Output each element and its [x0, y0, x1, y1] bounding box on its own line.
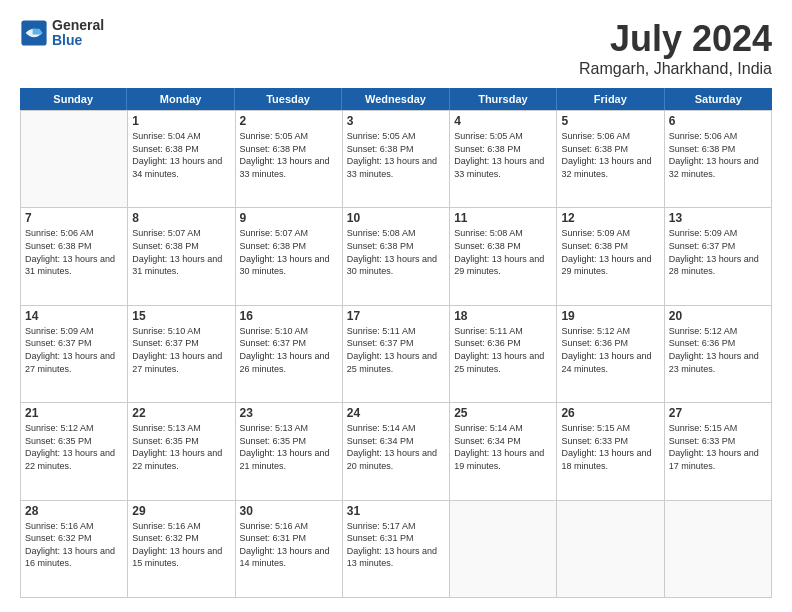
- cell-info: Sunrise: 5:11 AMSunset: 6:36 PMDaylight:…: [454, 325, 552, 375]
- cell-day-number: 19: [561, 309, 659, 323]
- cell-day-number: 23: [240, 406, 338, 420]
- cell-day-number: 1: [132, 114, 230, 128]
- cal-cell: 9Sunrise: 5:07 AMSunset: 6:38 PMDaylight…: [236, 208, 343, 305]
- cal-cell: [450, 501, 557, 598]
- header: General Blue July 2024 Ramgarh, Jharkhan…: [20, 18, 772, 78]
- header-day-monday: Monday: [127, 88, 234, 110]
- cal-cell: 3Sunrise: 5:05 AMSunset: 6:38 PMDaylight…: [343, 111, 450, 208]
- cell-info: Sunrise: 5:13 AMSunset: 6:35 PMDaylight:…: [132, 422, 230, 472]
- cal-cell: 18Sunrise: 5:11 AMSunset: 6:36 PMDayligh…: [450, 306, 557, 403]
- cell-info: Sunrise: 5:05 AMSunset: 6:38 PMDaylight:…: [454, 130, 552, 180]
- cal-cell: 16Sunrise: 5:10 AMSunset: 6:37 PMDayligh…: [236, 306, 343, 403]
- calendar-body: 1Sunrise: 5:04 AMSunset: 6:38 PMDaylight…: [20, 110, 772, 598]
- cell-info: Sunrise: 5:08 AMSunset: 6:38 PMDaylight:…: [454, 227, 552, 277]
- cal-cell: 26Sunrise: 5:15 AMSunset: 6:33 PMDayligh…: [557, 403, 664, 500]
- cal-cell: 5Sunrise: 5:06 AMSunset: 6:38 PMDaylight…: [557, 111, 664, 208]
- cell-day-number: 17: [347, 309, 445, 323]
- cell-info: Sunrise: 5:07 AMSunset: 6:38 PMDaylight:…: [132, 227, 230, 277]
- cell-day-number: 12: [561, 211, 659, 225]
- cell-info: Sunrise: 5:06 AMSunset: 6:38 PMDaylight:…: [25, 227, 123, 277]
- cell-day-number: 2: [240, 114, 338, 128]
- cell-day-number: 6: [669, 114, 767, 128]
- logo-text: General Blue: [52, 18, 104, 49]
- cell-day-number: 29: [132, 504, 230, 518]
- cell-info: Sunrise: 5:16 AMSunset: 6:32 PMDaylight:…: [132, 520, 230, 570]
- cell-info: Sunrise: 5:12 AMSunset: 6:36 PMDaylight:…: [561, 325, 659, 375]
- cell-day-number: 5: [561, 114, 659, 128]
- cal-cell: 29Sunrise: 5:16 AMSunset: 6:32 PMDayligh…: [128, 501, 235, 598]
- cell-info: Sunrise: 5:14 AMSunset: 6:34 PMDaylight:…: [454, 422, 552, 472]
- cell-info: Sunrise: 5:09 AMSunset: 6:37 PMDaylight:…: [25, 325, 123, 375]
- cell-day-number: 13: [669, 211, 767, 225]
- cal-cell: [21, 111, 128, 208]
- cell-info: Sunrise: 5:12 AMSunset: 6:35 PMDaylight:…: [25, 422, 123, 472]
- cell-day-number: 10: [347, 211, 445, 225]
- cell-day-number: 14: [25, 309, 123, 323]
- calendar-header: SundayMondayTuesdayWednesdayThursdayFrid…: [20, 88, 772, 110]
- logo-icon: [20, 19, 48, 47]
- cell-day-number: 15: [132, 309, 230, 323]
- logo-general: General: [52, 18, 104, 33]
- cell-info: Sunrise: 5:10 AMSunset: 6:37 PMDaylight:…: [132, 325, 230, 375]
- cal-cell: 14Sunrise: 5:09 AMSunset: 6:37 PMDayligh…: [21, 306, 128, 403]
- cell-day-number: 11: [454, 211, 552, 225]
- cal-cell: 13Sunrise: 5:09 AMSunset: 6:37 PMDayligh…: [665, 208, 772, 305]
- cell-day-number: 9: [240, 211, 338, 225]
- cal-cell: 30Sunrise: 5:16 AMSunset: 6:31 PMDayligh…: [236, 501, 343, 598]
- cal-cell: 6Sunrise: 5:06 AMSunset: 6:38 PMDaylight…: [665, 111, 772, 208]
- cell-info: Sunrise: 5:12 AMSunset: 6:36 PMDaylight:…: [669, 325, 767, 375]
- cell-day-number: 30: [240, 504, 338, 518]
- cell-day-number: 26: [561, 406, 659, 420]
- cal-cell: 4Sunrise: 5:05 AMSunset: 6:38 PMDaylight…: [450, 111, 557, 208]
- cal-cell: 12Sunrise: 5:09 AMSunset: 6:38 PMDayligh…: [557, 208, 664, 305]
- cell-info: Sunrise: 5:08 AMSunset: 6:38 PMDaylight:…: [347, 227, 445, 277]
- title-month: July 2024: [579, 18, 772, 60]
- cell-day-number: 22: [132, 406, 230, 420]
- cell-info: Sunrise: 5:06 AMSunset: 6:38 PMDaylight:…: [561, 130, 659, 180]
- cell-day-number: 27: [669, 406, 767, 420]
- cell-day-number: 20: [669, 309, 767, 323]
- header-day-friday: Friday: [557, 88, 664, 110]
- cal-cell: 24Sunrise: 5:14 AMSunset: 6:34 PMDayligh…: [343, 403, 450, 500]
- cell-info: Sunrise: 5:14 AMSunset: 6:34 PMDaylight:…: [347, 422, 445, 472]
- cell-info: Sunrise: 5:13 AMSunset: 6:35 PMDaylight:…: [240, 422, 338, 472]
- cal-cell: [557, 501, 664, 598]
- cell-day-number: 25: [454, 406, 552, 420]
- cell-info: Sunrise: 5:09 AMSunset: 6:38 PMDaylight:…: [561, 227, 659, 277]
- title-block: July 2024 Ramgarh, Jharkhand, India: [579, 18, 772, 78]
- cal-cell: 17Sunrise: 5:11 AMSunset: 6:37 PMDayligh…: [343, 306, 450, 403]
- cal-cell: 11Sunrise: 5:08 AMSunset: 6:38 PMDayligh…: [450, 208, 557, 305]
- cell-info: Sunrise: 5:15 AMSunset: 6:33 PMDaylight:…: [561, 422, 659, 472]
- cal-cell: 27Sunrise: 5:15 AMSunset: 6:33 PMDayligh…: [665, 403, 772, 500]
- cal-cell: 21Sunrise: 5:12 AMSunset: 6:35 PMDayligh…: [21, 403, 128, 500]
- cell-day-number: 28: [25, 504, 123, 518]
- cell-info: Sunrise: 5:04 AMSunset: 6:38 PMDaylight:…: [132, 130, 230, 180]
- cell-info: Sunrise: 5:15 AMSunset: 6:33 PMDaylight:…: [669, 422, 767, 472]
- cell-info: Sunrise: 5:09 AMSunset: 6:37 PMDaylight:…: [669, 227, 767, 277]
- cell-day-number: 31: [347, 504, 445, 518]
- cell-info: Sunrise: 5:16 AMSunset: 6:31 PMDaylight:…: [240, 520, 338, 570]
- cell-day-number: 7: [25, 211, 123, 225]
- cal-cell: 10Sunrise: 5:08 AMSunset: 6:38 PMDayligh…: [343, 208, 450, 305]
- cell-day-number: 16: [240, 309, 338, 323]
- cal-cell: 8Sunrise: 5:07 AMSunset: 6:38 PMDaylight…: [128, 208, 235, 305]
- cell-info: Sunrise: 5:16 AMSunset: 6:32 PMDaylight:…: [25, 520, 123, 570]
- cal-cell: 2Sunrise: 5:05 AMSunset: 6:38 PMDaylight…: [236, 111, 343, 208]
- cal-cell: 7Sunrise: 5:06 AMSunset: 6:38 PMDaylight…: [21, 208, 128, 305]
- cell-info: Sunrise: 5:11 AMSunset: 6:37 PMDaylight:…: [347, 325, 445, 375]
- header-day-saturday: Saturday: [665, 88, 772, 110]
- cal-cell: 1Sunrise: 5:04 AMSunset: 6:38 PMDaylight…: [128, 111, 235, 208]
- title-location: Ramgarh, Jharkhand, India: [579, 60, 772, 78]
- cell-info: Sunrise: 5:05 AMSunset: 6:38 PMDaylight:…: [240, 130, 338, 180]
- cal-cell: 28Sunrise: 5:16 AMSunset: 6:32 PMDayligh…: [21, 501, 128, 598]
- cal-cell: 25Sunrise: 5:14 AMSunset: 6:34 PMDayligh…: [450, 403, 557, 500]
- cal-cell: 23Sunrise: 5:13 AMSunset: 6:35 PMDayligh…: [236, 403, 343, 500]
- cal-cell: 31Sunrise: 5:17 AMSunset: 6:31 PMDayligh…: [343, 501, 450, 598]
- cell-info: Sunrise: 5:06 AMSunset: 6:38 PMDaylight:…: [669, 130, 767, 180]
- cal-cell: 22Sunrise: 5:13 AMSunset: 6:35 PMDayligh…: [128, 403, 235, 500]
- header-day-thursday: Thursday: [450, 88, 557, 110]
- page: General Blue July 2024 Ramgarh, Jharkhan…: [0, 0, 792, 612]
- cal-cell: [665, 501, 772, 598]
- cal-cell: 15Sunrise: 5:10 AMSunset: 6:37 PMDayligh…: [128, 306, 235, 403]
- logo-blue: Blue: [52, 33, 104, 48]
